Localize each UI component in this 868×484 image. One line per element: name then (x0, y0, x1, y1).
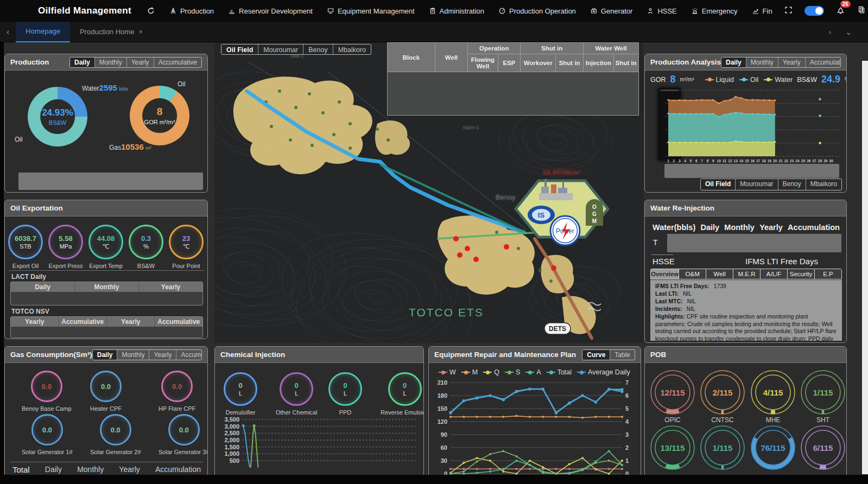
well-status-table: Block Well Operation Shut in Water Well … (387, 42, 639, 116)
nav-item-production-operation[interactable]: Production Operation (498, 7, 576, 15)
bsw-value: 24.93% (42, 107, 73, 118)
finance-icon (752, 7, 759, 15)
analysis-tab-accumulative[interactable]: Accumulative (806, 58, 841, 67)
tab-production-home[interactable]: Production Home × (70, 22, 153, 42)
bsw-label: BS&W (49, 119, 66, 126)
legend-liquid: Liquid (705, 76, 734, 84)
analysis-tab-yearly[interactable]: Yearly (778, 58, 806, 67)
reverse-emulsion-gauge: 0LReverse Emulsion (381, 372, 424, 416)
refresh-icon[interactable] (147, 7, 155, 15)
hsse-highlights: Highlights: CPF site routine inspection … (655, 313, 837, 341)
equipment-legend: WMQSATotalAverage Daily (439, 368, 630, 376)
equipment-chart: 210718061505120490360230100 (431, 377, 638, 483)
tabs-forward-chevron[interactable]: › (829, 28, 832, 36)
nav-item-fin[interactable]: Fin (752, 7, 772, 15)
hsse-tab-m-e-r[interactable]: M.E.R (733, 269, 761, 279)
dets-badge: DETS (544, 323, 571, 334)
notifications-button[interactable]: 26 (836, 5, 845, 17)
production-tab-accumulative[interactable]: Accumulative (154, 58, 201, 67)
area-label: 58.8608km² (543, 168, 581, 176)
chemical-injection-panel: Chemical Injection 0LDemulsifier0LOther … (214, 346, 424, 484)
hsse-field-last-lti: Last LTI:NIL (655, 290, 837, 297)
reservoir-development-icon (228, 7, 236, 15)
analysis-field-tab-mouroumar[interactable]: Mouroumar (736, 179, 778, 190)
lact-col-monthly: Monthly (75, 282, 139, 292)
svg-text:2,000: 2,000 (224, 437, 239, 443)
nav-item-equipment-management[interactable]: Equipment Management (327, 7, 415, 15)
equipment-view-table[interactable]: Table (610, 350, 635, 360)
svg-text:4: 4 (684, 159, 686, 163)
close-tab-icon[interactable]: × (138, 28, 143, 36)
col-shut-in: Shut in (521, 43, 584, 54)
lact-daily-label: LACT Daily (11, 273, 46, 281)
hsse-tab-well[interactable]: Well (706, 269, 733, 279)
svg-text:7: 7 (701, 159, 703, 163)
hsse-tab-o-m[interactable]: O&M (679, 269, 706, 279)
nav-item-emergency[interactable]: Emergency (691, 7, 738, 15)
analysis-tab-daily[interactable]: Daily (721, 58, 746, 67)
svg-text:1,500: 1,500 (224, 444, 239, 450)
hsse-tab-a-l-f[interactable]: A/L/F (761, 269, 788, 279)
gas-tab-yearly[interactable]: Yearly (149, 350, 176, 360)
nav-item-hsse[interactable]: HSSE (647, 7, 676, 15)
nav-item-administration[interactable]: Administration (429, 7, 484, 15)
svg-text:O: O (592, 204, 597, 210)
analysis-field-tab-oil-field[interactable]: Oil Field (701, 179, 736, 190)
gas-tab-monthly[interactable]: Monthly (117, 350, 149, 360)
gor-donut-chart: 8 GOR m³/m³ (130, 86, 189, 145)
gas-tab-accumulative[interactable]: Accumulative (176, 350, 202, 360)
tab-homepage[interactable]: Homepage (16, 22, 70, 42)
production-period-tabs: DailyMonthlyYearlyAccumulative (69, 57, 202, 68)
nav-item-reservoir-development[interactable]: Reservoir Development (228, 7, 313, 15)
svg-text:11: 11 (723, 159, 726, 163)
svg-text:150: 150 (438, 405, 447, 412)
theme-toggle[interactable] (804, 6, 824, 16)
export-temp-gauge: 44.08℃Export Temp (88, 225, 123, 269)
equipment-view-curve[interactable]: Curve (582, 350, 610, 360)
water-col-daily: Daily (700, 223, 719, 232)
svg-text:30: 30 (441, 457, 447, 464)
solar-generator-2-gauge: 0.0Solar Generator 2# (90, 414, 141, 455)
hsse-tab-security[interactable]: Security (788, 269, 815, 279)
analysis-field-tab-benoy[interactable]: Benoy (778, 179, 806, 190)
map-tab-oil-field[interactable]: Oil Field (221, 44, 258, 54)
tabs-back-chevron[interactable]: ‹ (0, 27, 16, 37)
analysis-field-tab-mbaikoro[interactable]: Mbaikoro (806, 179, 841, 190)
pob-panel: POB 12/115OPIC2/115CNTSC4/115MHE1/115SHT… (644, 346, 847, 484)
svg-text:IS: IS (538, 211, 545, 219)
svg-text:5: 5 (625, 405, 629, 412)
analysis-area-chart: 1234567891011121314151617181920212223242… (661, 88, 844, 164)
oilfield-map[interactable]: Dati-1 Karm-1 Benoy 58.8608km² I (214, 42, 643, 343)
language-icon[interactable] (857, 5, 866, 16)
production-tab-daily[interactable]: Daily (70, 58, 95, 67)
svg-text:2: 2 (673, 159, 675, 163)
map-tab-mbaikoro[interactable]: Mbaikoro (333, 44, 371, 54)
hp-flare-cpf-gauge: 0.0HP Flare CPF (159, 371, 195, 412)
window-edge-strip (862, 61, 868, 474)
water-col-accumulation: Accumulation (788, 223, 840, 232)
tabs-dropdown-chevron[interactable]: ⌄ (845, 28, 852, 36)
svg-text:4: 4 (625, 418, 629, 425)
water-reinjection-panel: Water Re-Injection Water(bbls)DailyMonth… (644, 200, 847, 343)
col-block: Block (388, 43, 435, 72)
gas-footer-daily: Daily (45, 465, 62, 474)
analysis-period-tabs: DailyMonthlyYearlyAccumulative (721, 57, 841, 68)
map-tab-benoy[interactable]: Benoy (303, 44, 333, 54)
hsse-tab-e-p[interactable]: E.P (815, 269, 841, 279)
pob-gauge-mhe: 4/115MHE (750, 370, 796, 424)
analysis-tab-monthly[interactable]: Monthly (746, 58, 778, 67)
production-datazoom-bar[interactable] (18, 173, 203, 190)
production-tab-yearly[interactable]: Yearly (127, 58, 154, 67)
svg-text:3: 3 (679, 159, 681, 163)
analysis-datazoom-bar[interactable] (664, 164, 839, 178)
col-water-well: Water Well (584, 43, 639, 54)
nav-item-generator[interactable]: Generator (590, 7, 633, 15)
gas-tab-daily[interactable]: Daily (93, 350, 118, 360)
map-tab-mouroumar[interactable]: Mouroumar (258, 44, 303, 54)
production-tab-monthly[interactable]: Monthly (95, 58, 127, 67)
pob-gauge-opic: 12/115OPIC (650, 370, 695, 424)
fullscreen-icon[interactable] (784, 6, 793, 16)
nav-item-production[interactable]: Production (169, 7, 214, 15)
hsse-tab-overview[interactable]: Overview (651, 269, 679, 279)
svg-text:30: 30 (829, 159, 834, 163)
